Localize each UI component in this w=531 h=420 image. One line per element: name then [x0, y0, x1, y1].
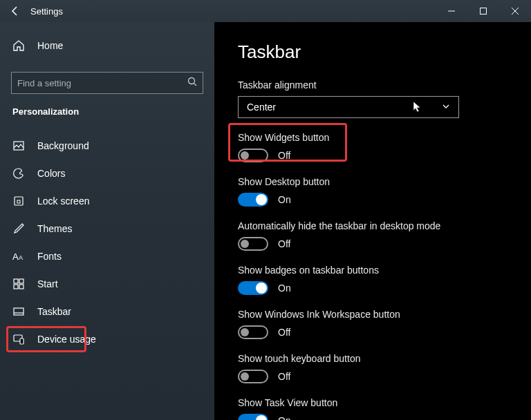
setting-row: Show Windows Ink Workspace buttonOff	[238, 309, 507, 339]
toggle-row: Off	[238, 237, 507, 251]
page-title: Taskbar	[238, 41, 507, 63]
cursor-icon	[413, 101, 422, 115]
toggle-switch[interactable]	[238, 370, 268, 383]
font-icon: AA	[12, 250, 25, 262]
brush-icon	[12, 222, 25, 235]
setting-label: Show badges on taskbar buttons	[238, 265, 507, 276]
setting-row: Show badges on taskbar buttonsOn	[238, 265, 507, 295]
toggle-settings-list: Show Widgets buttonOffShow Desktop butto…	[238, 132, 507, 420]
svg-rect-5	[15, 197, 23, 205]
titlebar: Settings	[0, 0, 531, 22]
body: Home Personalization Background Colors	[0, 22, 531, 420]
svg-text:A: A	[19, 254, 23, 261]
toggle-switch[interactable]	[238, 149, 268, 162]
toggle-state-label: Off	[278, 371, 290, 382]
toggle-switch[interactable]	[238, 414, 268, 420]
sidebar-item-lockscreen[interactable]: Lock screen	[0, 187, 214, 215]
toggle-row: Off	[238, 370, 507, 383]
sidebar-item-start[interactable]: Start	[0, 270, 214, 298]
setting-label: Automatically hide the taskbar in deskto…	[238, 220, 507, 231]
search-icon	[187, 77, 197, 89]
sidebar-item-themes[interactable]: Themes	[0, 215, 214, 242]
sidebar-item-label: Device usage	[37, 334, 96, 345]
toggle-state-label: Off	[278, 238, 290, 249]
svg-line-3	[194, 84, 197, 86]
toggle-row: On	[238, 414, 507, 420]
svg-rect-16	[20, 338, 24, 344]
sidebar-item-taskbar[interactable]: Taskbar	[0, 298, 214, 325]
sidebar-item-deviceusage[interactable]: Device usage	[0, 325, 214, 353]
search-box[interactable]	[11, 72, 203, 94]
svg-rect-6	[17, 200, 20, 203]
sidebar-item-label: Background	[37, 140, 89, 151]
sidebar-item-label: Lock screen	[37, 195, 89, 207]
svg-rect-1	[481, 8, 487, 15]
grid-icon	[12, 278, 25, 290]
picture-icon	[12, 140, 25, 152]
device-icon	[12, 333, 25, 345]
alignment-label: Taskbar alignment	[238, 79, 507, 90]
setting-label: Show Desktop button	[238, 176, 507, 187]
window-controls	[436, 0, 531, 22]
toggle-switch[interactable]	[238, 325, 268, 339]
toggle-row: Off	[238, 149, 507, 162]
sidebar-item-colors[interactable]: Colors	[0, 160, 214, 187]
setting-row: Automatically hide the taskbar in deskto…	[238, 220, 507, 251]
toggle-switch[interactable]	[238, 193, 268, 207]
maximize-button[interactable]	[467, 0, 499, 22]
section-header: Personalization	[0, 106, 214, 125]
taskbar-icon	[12, 305, 25, 318]
setting-label: Show Windows Ink Workspace button	[238, 309, 507, 320]
setting-row: Show touch keyboard buttonOff	[238, 353, 507, 383]
setting-row: Show Widgets buttonOff	[238, 132, 507, 162]
svg-rect-12	[19, 285, 24, 289]
titlebar-title: Settings	[30, 6, 63, 17]
svg-rect-13	[14, 308, 24, 315]
svg-rect-10	[19, 279, 24, 283]
sidebar-item-label: Start	[37, 278, 58, 289]
svg-text:A: A	[12, 251, 19, 262]
setting-label: Show touch keyboard button	[238, 353, 507, 364]
lock-icon	[12, 195, 25, 207]
sidebar-item-label: Fonts	[37, 251, 62, 262]
dropdown-value: Center	[247, 102, 276, 113]
toggle-switch[interactable]	[238, 281, 268, 295]
sidebar-item-fonts[interactable]: AA Fonts	[0, 242, 214, 270]
toggle-switch[interactable]	[238, 237, 268, 251]
toggle-row: On	[238, 193, 507, 207]
home-nav[interactable]: Home	[0, 32, 214, 59]
content: Taskbar Taskbar alignment Center Show Wi…	[214, 22, 531, 420]
svg-point-2	[189, 78, 195, 84]
alignment-dropdown[interactable]: Center	[238, 96, 459, 118]
setting-label: Show Widgets button	[238, 132, 507, 143]
minimize-button[interactable]	[436, 0, 467, 22]
arrow-left-icon	[10, 6, 21, 17]
sidebar-item-label: Colors	[37, 168, 65, 179]
sidebar: Home Personalization Background Colors	[0, 22, 214, 420]
nav-list: Background Colors Lock screen Themes AA …	[0, 132, 214, 353]
setting-label: Show Task View button	[238, 397, 507, 408]
toggle-state-label: Off	[278, 150, 290, 161]
svg-rect-9	[14, 279, 18, 283]
toggle-row: Off	[238, 325, 507, 339]
setting-row: Show Desktop buttonOn	[238, 176, 507, 207]
palette-icon	[12, 167, 25, 180]
toggle-state-label: Off	[278, 327, 290, 338]
close-button[interactable]	[499, 0, 531, 22]
chevron-down-icon	[442, 102, 450, 113]
home-label: Home	[37, 40, 63, 51]
toggle-state-label: On	[278, 194, 291, 205]
svg-rect-11	[14, 285, 18, 289]
home-icon	[12, 39, 25, 52]
sidebar-item-label: Themes	[37, 223, 73, 234]
toggle-row: On	[238, 281, 507, 295]
toggle-state-label: On	[278, 415, 291, 420]
settings-window: Settings Home Personalization	[0, 0, 531, 420]
back-button[interactable]	[0, 0, 30, 22]
toggle-state-label: On	[278, 283, 291, 294]
sidebar-item-label: Taskbar	[37, 306, 71, 317]
setting-row: Show Task View buttonOn	[238, 397, 507, 420]
search-input[interactable]	[17, 78, 187, 88]
sidebar-item-background[interactable]: Background	[0, 132, 214, 160]
